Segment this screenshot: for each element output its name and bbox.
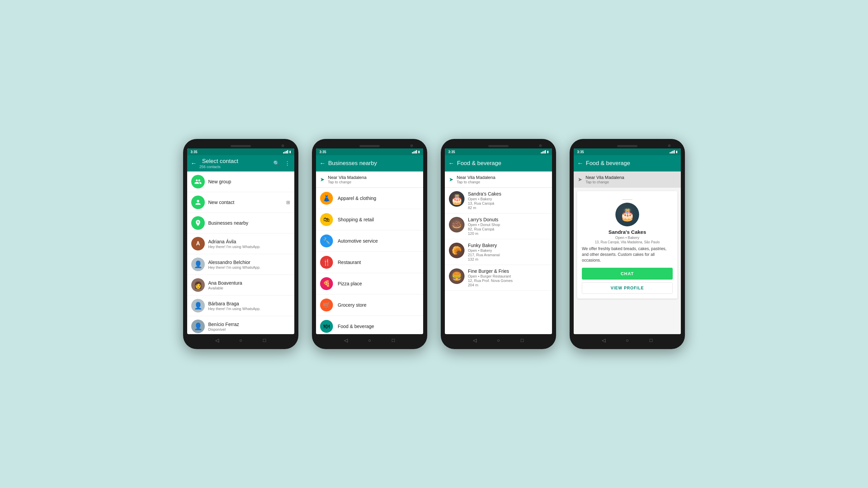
status-icons-1: ▮	[283, 150, 291, 154]
chat-button[interactable]: CHAT	[582, 268, 673, 280]
signal-4	[670, 150, 675, 154]
larrys-distance: 120 m	[468, 231, 500, 236]
app-bar-2: ← Businesses nearby	[316, 155, 423, 171]
status-icons-2: ▮	[412, 150, 420, 154]
signal-1	[283, 150, 288, 154]
cat-food[interactable]: 🍽 Food & beverage	[316, 316, 423, 334]
profile-description: We offer freshly baked breads, cakes, pa…	[582, 246, 673, 263]
cat-pizza[interactable]: 🍕 Pizza place	[316, 273, 423, 294]
battery-1: ▮	[289, 150, 291, 154]
location-header-3[interactable]: ➤ Near Vila Madalena Tap to change	[445, 171, 552, 188]
location-header-4[interactable]: ➤ Near Vila Madalena Tap to change	[574, 171, 681, 188]
screen-2: 3:35 ▮ ← Businesses nearby	[316, 148, 423, 334]
contact-list-1: New group New contact ⊞	[187, 171, 294, 334]
new-contact-info: New contact	[208, 200, 283, 205]
status-icons-3: ▮	[541, 150, 549, 154]
burger-info: Fine Burger & Fries Open • Burger Restau…	[468, 268, 513, 287]
profile-cake-image: 🎂	[615, 203, 639, 226]
bottom-bar-3: ◁ ○ □	[445, 334, 552, 345]
adriana-info: Adriana Ávila Hey there! I'm using Whats…	[208, 239, 290, 249]
recents-nav-1[interactable]: □	[261, 337, 268, 344]
avatar-ana: 👩	[191, 278, 205, 292]
new-contact-avatar	[191, 196, 205, 209]
time-1: 3:35	[191, 150, 197, 154]
contact-ana[interactable]: 👩 Ana Boaventura Available	[187, 275, 294, 296]
barbara-info: Bárbara Braga Hey there! I'm using Whats…	[208, 301, 290, 311]
search-icon[interactable]: 🔍	[273, 160, 280, 167]
speaker-4	[617, 145, 637, 147]
cat-automotive-icon: 🔧	[320, 235, 333, 247]
back-nav-2[interactable]: ◁	[342, 337, 349, 344]
phone-1: 3:35 ▮ ← Select contact 256 contacts	[183, 139, 298, 349]
cat-shopping-label: Shopping & retail	[338, 217, 374, 222]
status-bar-1: 3:35 ▮	[187, 148, 294, 155]
screen-title-3: Food & beverage	[457, 160, 549, 167]
more-icon[interactable]: ⋮	[283, 160, 291, 167]
signal-2	[412, 150, 417, 154]
contact-adriana[interactable]: A Adriana Ávila Hey there! I'm using Wha…	[187, 233, 294, 254]
sandras-distance: 82 m	[468, 206, 501, 210]
new-group-item[interactable]: New group	[187, 171, 294, 192]
cat-automotive-label: Automotive service	[338, 238, 378, 244]
business-larrys[interactable]: 🍩 Larry's Donuts Open • Donut Shop 82, R…	[445, 214, 552, 239]
cat-shopping-icon: 🛍	[320, 213, 333, 226]
back-btn-3[interactable]: ←	[448, 160, 454, 167]
cat-restaurant[interactable]: 🍴 Restaurant	[316, 252, 423, 273]
new-contact-item[interactable]: New contact ⊞	[187, 192, 294, 213]
cat-grocery[interactable]: 🛒 Grocery store	[316, 294, 423, 316]
contact-barbara[interactable]: 👤 Bárbara Braga Hey there! I'm using Wha…	[187, 296, 294, 316]
back-btn-4[interactable]: ←	[577, 160, 583, 167]
card-divider-top	[622, 199, 632, 200]
screen-1: 3:35 ▮ ← Select contact 256 contacts	[187, 148, 294, 334]
benicio-status: Disponível	[208, 327, 290, 331]
contact-benicio[interactable]: 👤 Benício Ferraz Disponível	[187, 316, 294, 334]
location-name-3: Near Vila Madalena	[457, 175, 495, 180]
signal-3	[541, 150, 546, 154]
larrys-info: Larry's Donuts Open • Donut Shop 82, Rua…	[468, 217, 500, 236]
app-bar-1: ← Select contact 256 contacts 🔍 ⋮	[187, 155, 294, 171]
new-group-label: New group	[208, 179, 290, 184]
cat-pizza-icon: 🍕	[320, 277, 333, 290]
business-funky[interactable]: 🥐 Funky Bakery Open • Bakery 217, Rua Ar…	[445, 239, 552, 265]
location-info-2: Near Vila Madalena Tap to change	[328, 175, 367, 184]
back-btn-1[interactable]: ←	[191, 160, 197, 167]
home-nav-1[interactable]: ○	[237, 337, 244, 344]
cat-grocery-label: Grocery store	[338, 302, 367, 308]
alessandro-status: Hey there! I'm using WhatsApp.	[208, 265, 290, 269]
benicio-info: Benício Ferraz Disponível	[208, 322, 290, 331]
cake-image: 🎂	[449, 191, 465, 207]
businesses-nearby-item[interactable]: Businesses nearby	[187, 213, 294, 233]
cat-automotive[interactable]: 🔧 Automotive service	[316, 230, 423, 252]
sandras-type: Open • Bakery	[468, 197, 501, 201]
cat-shopping[interactable]: 🛍 Shopping & retail	[316, 209, 423, 230]
back-nav-4[interactable]: ◁	[600, 337, 607, 344]
profile-card: 🎂 Sandra's Cakes Open • Bakery 13, Rua C…	[577, 191, 677, 299]
back-nav-1[interactable]: ◁	[214, 337, 220, 344]
business-sandras-cakes[interactable]: 🎂 Sandra's Cakes Open • Bakery 13, Rua C…	[445, 188, 552, 214]
back-btn-2[interactable]: ←	[319, 160, 326, 167]
home-nav-2[interactable]: ○	[366, 337, 373, 344]
phone-4: 3:35 ▮ ← Food & beverage ➤	[570, 139, 685, 349]
recents-nav-2[interactable]: □	[390, 337, 397, 344]
home-nav-3[interactable]: ○	[495, 337, 502, 344]
location-header-2[interactable]: ➤ Near Vila Madalena Tap to change	[316, 171, 423, 188]
contact-alessandro[interactable]: 👤 Alessandro Belchior Hey there! I'm usi…	[187, 254, 294, 275]
location-arrow-4: ➤	[578, 176, 582, 183]
app-bar-3: ← Food & beverage	[445, 155, 552, 171]
recents-nav-4[interactable]: □	[648, 337, 654, 344]
bottom-bar-4: ◁ ○ □	[574, 334, 681, 345]
new-group-info: New group	[208, 179, 290, 184]
business-burger[interactable]: 🍔 Fine Burger & Fries Open • Burger Rest…	[445, 265, 552, 291]
back-nav-3[interactable]: ◁	[471, 337, 478, 344]
recents-nav-3[interactable]: □	[519, 337, 526, 344]
funky-info: Funky Bakery Open • Bakery 217, Rua Aram…	[468, 243, 500, 261]
funky-distance: 132 m	[468, 257, 500, 261]
barbara-name: Bárbara Braga	[208, 301, 290, 306]
time-3: 3:35	[448, 150, 455, 154]
battery-2: ▮	[418, 150, 420, 154]
screen-title-2: Businesses nearby	[328, 160, 420, 167]
cat-food-label: Food & beverage	[338, 324, 374, 329]
cat-apparel[interactable]: 👗 Apparel & clothing	[316, 188, 423, 209]
home-nav-4[interactable]: ○	[624, 337, 631, 344]
view-profile-button[interactable]: VIEW PROFILE	[582, 282, 673, 294]
